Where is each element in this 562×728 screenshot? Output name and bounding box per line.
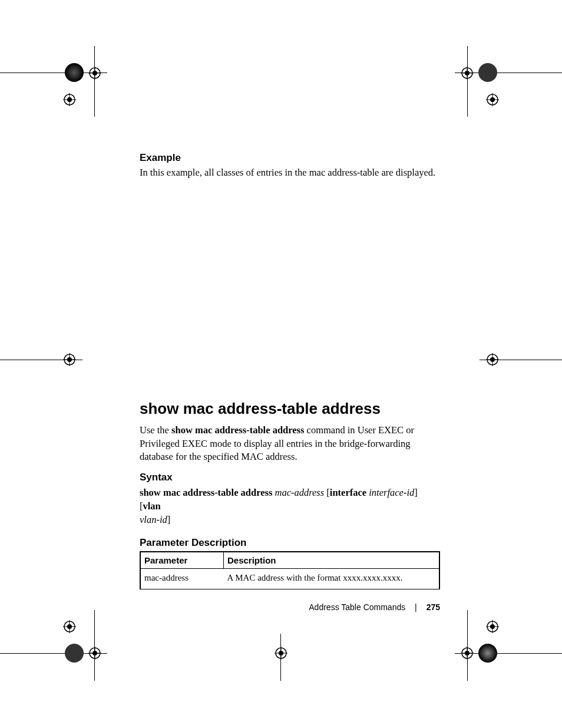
svg-point-32	[67, 624, 72, 629]
table-header-row: Parameter Description	[140, 552, 439, 569]
svg-point-44	[487, 621, 498, 632]
syntax-bracket: ]	[167, 514, 171, 525]
content-column: Example In this example, all classes of …	[140, 152, 440, 589]
cell-param: mac-address	[140, 569, 224, 589]
syntax-line: show mac address-table address mac-addre…	[140, 486, 440, 526]
paramdesc-heading: Parameter Description	[140, 537, 440, 549]
svg-point-14	[487, 94, 498, 105]
registration-mark-icon	[486, 93, 499, 106]
svg-point-15	[490, 97, 495, 102]
syntax-kw-interface: interface	[330, 487, 366, 498]
page: Example In this example, all classes of …	[0, 0, 562, 728]
crop-line	[280, 634, 281, 681]
col-parameter: Parameter	[140, 552, 224, 569]
registration-mark-icon	[63, 93, 76, 106]
parameter-table: Parameter Description mac-address A MAC …	[140, 551, 440, 589]
svg-point-36	[279, 651, 283, 655]
svg-point-1	[90, 68, 100, 78]
crop-line	[0, 73, 107, 73]
crop-line	[455, 73, 562, 73]
syntax-arg-vlanid: vlan-id	[140, 514, 167, 525]
footer-section: Address Table Commands	[309, 602, 405, 612]
example-heading: Example	[140, 152, 440, 164]
svg-point-35	[276, 648, 286, 658]
syntax-heading: Syntax	[140, 472, 440, 483]
syntax-arg-mac: mac-address	[275, 487, 325, 498]
crop-line	[0, 653, 107, 654]
registration-mark-icon	[63, 620, 76, 633]
intro-cmd: show mac address-table address	[171, 424, 304, 436]
page-number: 275	[427, 602, 440, 612]
svg-point-31	[64, 621, 75, 632]
syntax-cmd: show mac address-table address	[140, 487, 272, 498]
svg-point-2	[92, 71, 97, 75]
svg-point-45	[490, 624, 495, 629]
example-body: In this example, all classes of entries …	[140, 166, 440, 179]
crop-line	[480, 360, 562, 360]
registration-mark-icon	[88, 67, 101, 80]
footer-separator: |	[415, 602, 417, 612]
intro-paragraph: Use the show mac address-table address c…	[140, 424, 440, 463]
syntax-arg-ifid: interface-id	[369, 487, 414, 498]
registration-mark-icon	[275, 647, 287, 660]
syntax-kw-vlan: vlan	[143, 500, 161, 512]
col-description: Description	[224, 552, 440, 569]
crop-line	[467, 610, 468, 681]
crop-line	[94, 610, 95, 681]
cell-desc: A MAC address with the format xxxx.xxxx.…	[224, 569, 440, 589]
crop-line	[455, 653, 562, 654]
intro-pre: Use the	[140, 424, 171, 436]
registration-mark-icon	[486, 620, 499, 633]
crop-line	[467, 46, 468, 117]
crop-line	[94, 46, 95, 117]
svg-point-6	[67, 97, 72, 102]
command-title: show mac address-table address	[140, 400, 440, 418]
table-row: mac-address A MAC address with the forma…	[140, 569, 439, 589]
syntax-bracket: [	[324, 487, 330, 498]
svg-point-5	[64, 94, 75, 105]
page-footer: Address Table Commands | 275	[0, 602, 440, 612]
crop-line	[0, 360, 82, 360]
